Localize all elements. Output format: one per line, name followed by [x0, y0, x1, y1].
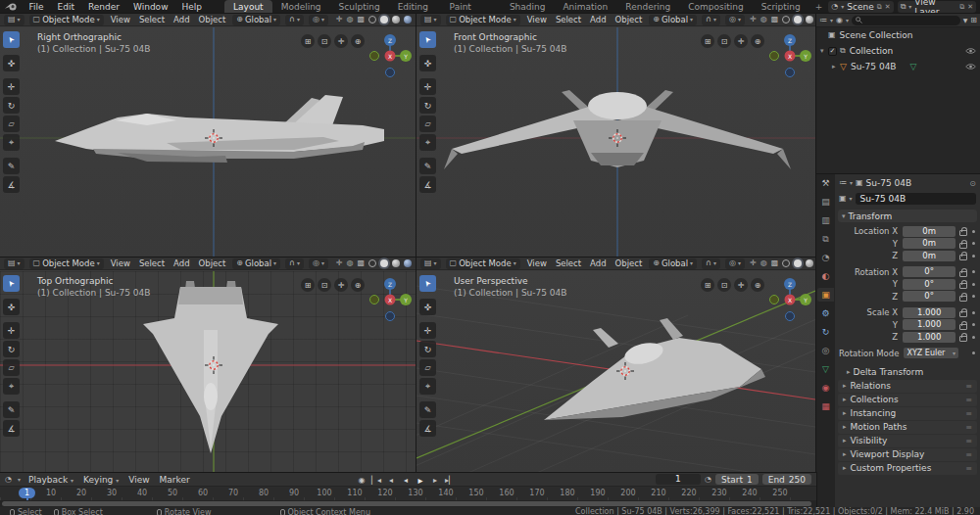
viewport-front-orthographic[interactable]: ▤ ▢Object Mode View Select Add Object ⊕G… [416, 14, 815, 257]
gizmo-toggle-icon[interactable]: ✛ [750, 16, 757, 23]
cursor-tool[interactable] [419, 55, 436, 71]
select-box-tool[interactable] [419, 31, 436, 48]
shading-wireframe-button[interactable] [368, 259, 376, 267]
annotate-tool[interactable] [3, 401, 20, 418]
tab-physics[interactable]: ↻ [817, 325, 834, 339]
timeline-scrollbar[interactable] [0, 500, 816, 507]
proportional-edit-toggle[interactable]: ◎ [309, 258, 328, 269]
rotation-x-field[interactable]: 0° [903, 266, 956, 277]
viewport-canvas[interactable]: User Perspective (1) Collection | Su-75 … [416, 271, 815, 473]
tab-sculpting[interactable]: Sculpting [330, 0, 389, 14]
animate-dot[interactable] [972, 295, 975, 298]
mode-dropdown[interactable]: ▢Object Mode [29, 15, 104, 25]
menu-playback[interactable]: Playback [26, 475, 75, 485]
menu-object[interactable]: Object [197, 15, 228, 24]
animate-dot[interactable] [972, 283, 975, 286]
shading-solid-button[interactable] [380, 259, 388, 267]
menu-view[interactable]: View [109, 258, 132, 268]
tab-constraints[interactable]: ◎ [817, 344, 834, 357]
move-tool[interactable] [3, 78, 20, 95]
zoom-view-button[interactable] [351, 34, 365, 48]
panel-motion-paths[interactable]: ▸Motion Paths≡ [838, 421, 977, 434]
properties-editor-icon[interactable]: ≔ [839, 179, 847, 187]
tab-texture-paint[interactable]: Texture Paint [441, 0, 501, 14]
shading-solid-button[interactable] [794, 259, 802, 267]
tab-modeling[interactable]: Modeling [272, 0, 330, 14]
next-keyframe-button[interactable] [429, 474, 441, 486]
viewport-right-orthographic[interactable]: ▤ ▢Object Mode View Select Add Object ⊕G… [0, 14, 416, 257]
overlays-toggle-icon[interactable]: ◍ [760, 259, 767, 267]
menu-view[interactable]: View [525, 258, 549, 268]
camera-view-button[interactable] [318, 278, 331, 292]
zoom-view-button[interactable] [751, 278, 764, 292]
xray-toggle-icon[interactable]: ▩ [771, 259, 779, 267]
menu-view[interactable]: View [126, 475, 151, 485]
snap-toggle[interactable]: ∩ [702, 15, 720, 25]
editor-type-button[interactable]: ▤ [420, 258, 441, 269]
shading-wireframe-button[interactable] [782, 16, 790, 23]
navigation-gizmo[interactable]: Z Y X [368, 274, 413, 325]
tab-output[interactable]: ▥ [817, 213, 834, 227]
cursor-tool[interactable] [419, 299, 436, 315]
xray-toggle-icon[interactable]: ▩ [771, 16, 779, 23]
scale-y-field[interactable]: 1.000 [903, 319, 956, 330]
menu-help[interactable]: Help [175, 0, 210, 14]
menu-object[interactable]: Object [613, 15, 645, 24]
gizmo-toggle-icon[interactable]: ✛ [336, 259, 343, 267]
menu-view[interactable]: View [109, 15, 132, 24]
menu-marker[interactable]: Marker [158, 475, 192, 485]
tab-object-data[interactable]: ▽ [817, 362, 834, 376]
snap-toggle[interactable]: ∩ [702, 258, 720, 269]
ortho-toggle-button[interactable] [701, 278, 714, 292]
ortho-toggle-button[interactable] [301, 278, 315, 292]
viewport-canvas[interactable]: Front Orthographic (1) Collection | Su-7… [416, 27, 815, 257]
frame-end-field[interactable]: End250 [762, 474, 811, 485]
tab-view-layer[interactable]: ⧉ [817, 232, 834, 246]
rotate-tool[interactable] [419, 341, 436, 357]
tab-object[interactable]: ▣ [817, 288, 834, 302]
animate-dot[interactable] [972, 270, 975, 273]
menu-add[interactable]: Add [588, 258, 608, 268]
lock-icon[interactable] [959, 271, 967, 277]
menu-object[interactable]: Object [197, 258, 228, 268]
transform-tool[interactable] [3, 378, 20, 395]
pan-view-button[interactable] [734, 34, 748, 48]
drag-grip-icon[interactable]: ≡ [965, 450, 972, 459]
timeline-editor-type-icon[interactable]: ◔ [5, 476, 12, 484]
rotation-z-field[interactable]: 0° [903, 291, 956, 302]
tab-layout[interactable]: Layout [224, 0, 272, 14]
animate-dot[interactable] [972, 351, 975, 354]
filter-funnel-icon[interactable]: ▼ [963, 18, 968, 23]
menu-select[interactable]: Select [554, 15, 583, 24]
rotation-y-field[interactable]: 0° [903, 279, 956, 290]
scale-tool[interactable] [419, 116, 436, 132]
animate-dot[interactable] [972, 230, 975, 233]
lock-icon[interactable] [959, 324, 967, 330]
camera-view-button[interactable] [318, 34, 331, 48]
menu-keying[interactable]: Keying [81, 475, 121, 485]
mode-dropdown[interactable]: ▢Object Mode [446, 258, 520, 269]
cursor-tool[interactable] [3, 55, 20, 71]
annotate-tool[interactable] [419, 401, 436, 418]
menu-window[interactable]: Window [126, 0, 175, 14]
mode-dropdown[interactable]: ▢Object Mode [446, 15, 520, 25]
panel-collections[interactable]: ▸Collections≡ [838, 394, 977, 406]
unlink-scene-icon[interactable] [885, 3, 891, 11]
scale-tool[interactable] [419, 359, 436, 376]
outliner-row-su75[interactable]: ▸ ▽ Su-75 04B ▽ [816, 59, 980, 74]
snap-toggle[interactable]: ∩ [285, 15, 304, 25]
tab-scripting[interactable]: Scripting [753, 0, 809, 14]
scale-tool[interactable] [3, 359, 20, 376]
animate-dot[interactable] [972, 242, 975, 245]
xray-toggle-icon[interactable]: ▩ [357, 16, 365, 23]
measure-tool[interactable] [419, 176, 436, 193]
rotate-tool[interactable] [3, 341, 20, 357]
tab-rendering[interactable]: Rendering [616, 0, 679, 14]
scale-z-field[interactable]: 1.000 [903, 332, 956, 343]
orientation-dropdown[interactable]: ⊕Global [232, 15, 280, 25]
tab-render[interactable]: ▤ [817, 195, 834, 209]
location-z-field[interactable]: 0m [903, 251, 956, 261]
orientation-dropdown[interactable]: ⊕Global [649, 15, 697, 25]
menu-edit[interactable]: Edit [51, 0, 81, 14]
location-y-field[interactable]: 0m [903, 238, 956, 249]
